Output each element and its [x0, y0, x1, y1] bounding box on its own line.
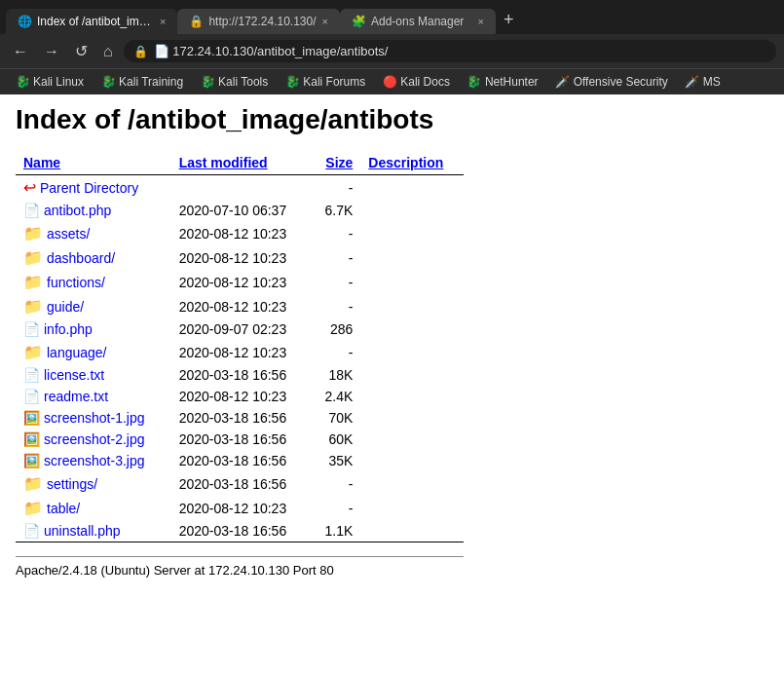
bookmark-kali-linux[interactable]: 🐉 Kali Linux	[8, 73, 92, 91]
url-text: 📄 172.24.10.130/antibot_image/antibots/	[154, 44, 766, 58]
cell-name: 📁language/	[16, 340, 171, 364]
file-link[interactable]: dashboard/	[47, 250, 115, 266]
cell-size: 6.7K	[311, 200, 360, 221]
file-link[interactable]: uninstall.php	[44, 523, 121, 539]
cell-name: 📁table/	[16, 496, 171, 520]
tab-1[interactable]: 🔒 http://172.24.10.130/ ×	[177, 9, 340, 34]
col-size[interactable]: Size	[311, 151, 360, 175]
page-title: Index of /antibot_image/antibots	[16, 104, 768, 135]
cell-name: 📁functions/	[16, 270, 171, 294]
file-icon: 📄	[23, 389, 40, 404]
kali-training-icon: 🐉	[101, 75, 115, 89]
cell-desc	[360, 318, 464, 340]
col-name[interactable]: Name	[16, 151, 171, 175]
cell-name: 🖼️screenshot-2.jpg	[16, 429, 171, 450]
tab-0[interactable]: 🌐 Index of /antibot_image/ant ×	[6, 9, 177, 34]
tab-1-close[interactable]: ×	[322, 16, 328, 27]
table-footer-row	[16, 542, 464, 551]
cell-date: 2020-08-12 10:23	[171, 294, 312, 318]
cell-desc	[360, 429, 464, 450]
bookmark-offensive-security[interactable]: 🗡️ Offensive Security	[548, 73, 676, 91]
file-link[interactable]: functions/	[47, 275, 105, 290]
file-link[interactable]: language/	[47, 345, 107, 360]
cell-size: -	[311, 175, 360, 201]
bookmark-kali-docs[interactable]: 🔴 Kali Docs	[375, 73, 458, 91]
cell-date: 2020-03-18 16:56	[171, 429, 312, 450]
file-link[interactable]: readme.txt	[44, 389, 108, 404]
tab-0-close[interactable]: ×	[160, 16, 166, 27]
url-bar[interactable]: 🔒 📄 172.24.10.130/antibot_image/antibots…	[124, 40, 776, 62]
browser-chrome: 🌐 Index of /antibot_image/ant × 🔒 http:/…	[0, 0, 784, 94]
cell-name: 📁guide/	[16, 294, 171, 318]
file-link[interactable]: Parent Directory	[40, 180, 138, 196]
cell-size: -	[311, 496, 360, 520]
cell-name: 📁assets/	[16, 221, 171, 245]
file-link[interactable]: settings/	[47, 476, 97, 492]
table-row: 📁language/2020-08-12 10:23-	[16, 340, 464, 364]
file-link[interactable]: guide/	[47, 299, 84, 315]
file-link[interactable]: info.php	[44, 321, 93, 337]
file-link[interactable]: screenshot-3.jpg	[44, 453, 145, 468]
image-icon: 🖼️	[23, 453, 40, 468]
cell-size: -	[311, 221, 360, 245]
folder-icon: 📁	[23, 499, 43, 517]
cell-size: 286	[311, 318, 360, 340]
cell-size: -	[311, 340, 360, 364]
cell-date: 2020-03-18 16:56	[171, 471, 312, 496]
tab-2-close[interactable]: ×	[478, 16, 484, 27]
file-link[interactable]: screenshot-1.jpg	[44, 410, 145, 426]
table-row: 🖼️screenshot-2.jpg2020-03-18 16:5660K	[16, 429, 464, 450]
folder-icon: 📁	[23, 224, 43, 243]
forward-button[interactable]: →	[39, 41, 64, 62]
table-row: 📁settings/2020-03-18 16:56-	[16, 471, 464, 496]
file-link[interactable]: antibot.php	[44, 203, 111, 218]
table-row: 🖼️screenshot-3.jpg2020-03-18 16:5635K	[16, 450, 464, 471]
cell-desc	[360, 471, 464, 496]
cell-date: 2020-03-18 16:56	[171, 450, 312, 471]
col-modified[interactable]: Last modified	[171, 151, 312, 175]
bookmark-kali-tools[interactable]: 🐉 Kali Tools	[193, 73, 276, 91]
bookmark-kali-training[interactable]: 🐉 Kali Training	[93, 73, 191, 91]
cell-name: 📄info.php	[16, 318, 171, 340]
cell-desc	[360, 520, 464, 542]
table-row: 📁dashboard/2020-08-12 10:23-	[16, 245, 464, 270]
kali-tools-icon: 🐉	[201, 75, 214, 89]
table-row: 📄license.txt2020-03-18 16:5618K	[16, 364, 464, 386]
secure-icon: 🔒	[133, 45, 148, 58]
table-row: 📁functions/2020-08-12 10:23-	[16, 270, 464, 294]
cell-size: -	[311, 471, 360, 496]
refresh-button[interactable]: ↺	[70, 40, 93, 62]
file-link[interactable]: table/	[47, 501, 80, 516]
bookmark-nethunter[interactable]: 🐉 NetHunter	[460, 73, 546, 91]
cell-desc	[360, 221, 464, 245]
cell-desc	[360, 496, 464, 520]
image-icon: 🖼️	[23, 431, 40, 447]
file-link[interactable]: license.txt	[44, 367, 104, 383]
new-tab-button[interactable]: +	[496, 6, 522, 34]
file-table: Name Last modified Size Description ↩Par…	[16, 151, 464, 550]
table-row: 📄readme.txt2020-08-12 10:232.4K	[16, 386, 464, 407]
cell-name: 📄license.txt	[16, 364, 171, 386]
cell-desc	[360, 386, 464, 407]
cell-date: 2020-08-12 10:23	[171, 270, 312, 294]
cell-desc	[360, 364, 464, 386]
table-row: 📄uninstall.php2020-03-18 16:561.1K	[16, 520, 464, 542]
tab-2[interactable]: 🧩 Add-ons Manager ×	[340, 9, 496, 34]
back-button[interactable]: ←	[8, 41, 33, 62]
cell-desc	[360, 407, 464, 429]
folder-icon: 📁	[23, 248, 43, 267]
page-content: Index of /antibot_image/antibots Name La…	[0, 94, 784, 587]
bookmark-ms[interactable]: 🗡️ MS	[678, 73, 728, 91]
cell-date: 2020-03-18 16:56	[171, 520, 312, 542]
folder-icon: 📁	[23, 273, 43, 291]
file-link[interactable]: screenshot-2.jpg	[44, 431, 145, 447]
bookmark-kali-forums[interactable]: 🐉 Kali Forums	[278, 73, 373, 91]
tab-2-label: Add-ons Manager	[371, 15, 464, 28]
col-description[interactable]: Description	[360, 151, 464, 175]
nethunter-icon: 🐉	[467, 75, 481, 89]
folder-icon: 📁	[23, 474, 43, 493]
kali-forums-icon: 🐉	[285, 75, 299, 89]
home-button[interactable]: ⌂	[98, 41, 118, 62]
file-link[interactable]: assets/	[47, 226, 90, 242]
cell-date: 2020-07-10 06:37	[171, 200, 312, 221]
